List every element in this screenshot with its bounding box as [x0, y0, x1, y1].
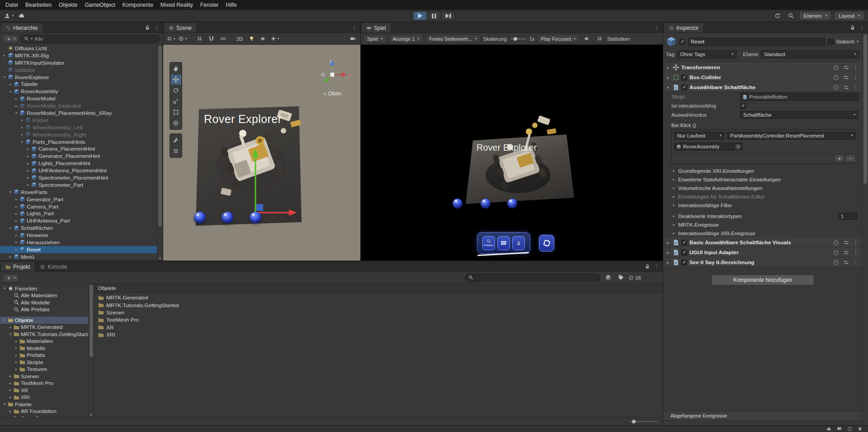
component-enabled-checkbox[interactable] [681, 250, 687, 256]
stats-button[interactable]: Statistiken [607, 34, 630, 43]
rect-tool-button[interactable] [171, 107, 181, 117]
project-tree-item[interactable]: ▸XRI [0, 394, 94, 401]
project-tree-item[interactable]: ▸Modelle [0, 345, 94, 352]
hierarchy-item[interactable]: ▸UHFAntenna_Part [0, 217, 163, 224]
foldout-collapsed-icon[interactable]: ▸ [671, 195, 676, 199]
add-gameobject-button[interactable]: ＋▾ [3, 35, 19, 43]
hierarchy-item[interactable]: ▸Generator_Part [0, 196, 163, 203]
hierarchy-item[interactable]: ▾RoverModel_PlacementHints_XRay [0, 109, 163, 117]
project-content-item[interactable]: XRI [94, 331, 663, 338]
foldout-expanded-icon[interactable]: ▾ [665, 85, 670, 90]
foldout-collapsed-icon[interactable]: ▸ [671, 203, 676, 207]
lock-icon[interactable] [144, 24, 151, 31]
project-tree-item[interactable]: ▾Pakete [0, 401, 94, 408]
mute-audio-button[interactable] [582, 34, 592, 43]
foldout-deaktivierte-interaktortypen[interactable]: ▸Deaktivierte Interaktortypen1 [663, 212, 862, 220]
hierarchy-item[interactable]: Indikator [0, 66, 163, 74]
component-enabled-checkbox[interactable] [681, 75, 687, 81]
scale-slider[interactable] [510, 38, 526, 39]
project-tree-item[interactable]: ▸Texturen [0, 366, 94, 373]
hierarchy-scrollbar[interactable]: ▾ [157, 45, 163, 261]
tab-scene[interactable]: Szene [164, 23, 196, 33]
foldout-collapsed-icon[interactable]: ▸ [14, 204, 19, 209]
component-enabled-checkbox[interactable] [681, 240, 687, 246]
more-menu-icon[interactable]: ⋮ [853, 239, 859, 246]
project-tree-item[interactable]: Alle Prefabs [0, 306, 94, 313]
foldout-expanded-icon[interactable]: ▾ [2, 75, 7, 79]
foldout-expanded-icon[interactable]: ▾ [8, 90, 13, 94]
foldout-collapsed-icon[interactable]: ▸ [665, 76, 670, 80]
hierarchy-item[interactable]: ▸Camera_Part [0, 203, 163, 210]
add-component-button[interactable]: Komponente hinzufügen [711, 275, 814, 285]
foldout-collapsed-icon[interactable]: ▸ [14, 219, 19, 223]
hierarchy-item[interactable]: ▸Körper [0, 117, 163, 124]
foldout-mrtk-ereignisse[interactable]: ▸MRTK-Ereignisse [663, 220, 862, 229]
static-checkbox[interactable] [828, 39, 834, 45]
foldout-collapsed-icon[interactable]: ▸ [14, 212, 19, 216]
foldout-collapsed-icon[interactable]: ▸ [25, 161, 31, 166]
hierarchy-item[interactable]: ▸UHFAntenna_PlacementHint [0, 167, 163, 174]
project-tree-item[interactable]: ▾Favoriten [0, 285, 94, 292]
foldout-collapsed-icon[interactable]: ▸ [25, 169, 31, 173]
tab-inspector[interactable]: Inspector [664, 23, 703, 33]
foldout-collapsed-icon[interactable]: ▸ [14, 97, 19, 101]
search-by-type-button[interactable] [603, 273, 613, 282]
notifications-icon[interactable] [858, 427, 863, 432]
hierarchy-item[interactable]: ▸Hinweise [0, 232, 163, 239]
hierarchy-item[interactable]: ▸Reset [0, 246, 163, 253]
foldout-expanded-icon[interactable]: ▾ [19, 140, 25, 144]
rotate-tool-button[interactable] [171, 85, 181, 95]
view-orientation-label[interactable]: ≡ Oben [311, 90, 354, 97]
more-menu-icon[interactable]: ⋮ [853, 249, 859, 256]
component-header-box-collider[interactable]: ▸Box-Collider?⋮ [663, 72, 862, 82]
hierarchy-item[interactable]: ▾RoverExplorer [0, 74, 163, 81]
component-header-basic-ausw-hlbare-schaltfl-che-visuals[interactable]: ▸#Basic Auswählbare Schaltfläche Visuals… [663, 237, 862, 247]
foldout-collapsed-icon[interactable]: ▸ [14, 104, 19, 108]
hierarchy-item[interactable]: ▸Lights_Part [0, 210, 163, 217]
foldout-collapsed-icon[interactable]: ▸ [14, 360, 19, 364]
menu-hilfe[interactable]: Hilfe [222, 0, 241, 10]
foldout-collapsed-icon[interactable]: ▸ [14, 233, 19, 237]
foldout-expanded-icon[interactable]: ▾ [8, 226, 13, 230]
foldout-expanded-icon[interactable]: ▾ [2, 318, 7, 322]
foldout-expanded-icon[interactable]: ▾ [2, 286, 7, 290]
layers-dropdown[interactable]: Ebenen▾ [799, 11, 832, 20]
hierarchy-item[interactable]: ▸RoverModel_Exploded [0, 102, 163, 109]
lock-icon[interactable] [849, 24, 856, 31]
gizmo-settings-dropdown[interactable]: ▾ [178, 34, 188, 43]
hierarchy-item[interactable]: ▸Tabelle [0, 81, 163, 88]
foldout-collapsed-icon[interactable]: ▸ [665, 261, 670, 265]
hierarchy-item[interactable]: ▾Parts_PlacementHints [0, 138, 163, 146]
hierarchy-item[interactable]: MRTKInputSimulator [0, 59, 163, 66]
hierarchy-item[interactable]: ▸Herausziehen [0, 239, 163, 246]
foldout-collapsed-icon[interactable]: ▸ [19, 125, 25, 129]
game-mode-dropdown[interactable]: Spiel▾ [363, 34, 386, 43]
project-content-item[interactable]: MRTK.Tutorials.GettingStarted [94, 301, 663, 309]
foldout-collapsed-icon[interactable]: ▸ [25, 147, 31, 151]
foldout-collapsed-icon[interactable]: ▸ [14, 353, 19, 357]
foldout-collapsed-icon[interactable]: ▸ [14, 339, 19, 343]
hierarchy-item[interactable]: ▸MRTK-XR-Rig [0, 52, 163, 59]
project-tree-item[interactable]: ▾MRTK.Tutorials.GettingStarted [0, 331, 94, 338]
cloud-button[interactable] [16, 11, 27, 20]
project-tree-item[interactable]: Alle Modelle [0, 299, 94, 306]
foldout-volumetrische-auswahleinstellungen[interactable]: ▸Volumetrische Auswahleinstellungen [663, 184, 862, 192]
foldout-collapsed-icon[interactable]: ▸ [14, 197, 19, 201]
vsync-button[interactable] [594, 34, 604, 43]
active-checkbox[interactable] [679, 39, 685, 45]
game-viewport[interactable]: Rover Explorer Indikator [361, 45, 663, 261]
hierarchy-item[interactable]: ▸WheelAssembly_Left [0, 124, 163, 131]
hierarchy-item[interactable]: ▸Spectrometer_Part [0, 181, 163, 189]
component-header-transformieren[interactable]: ▸Transformieren?⋮ [663, 62, 862, 72]
foldout-collapsed-icon[interactable]: ▸ [8, 325, 13, 329]
event-target-field[interactable]: RoverAssembly ◉ [674, 142, 743, 151]
scene-audio-button[interactable] [258, 34, 268, 43]
scene-camera-settings-button[interactable] [348, 34, 358, 43]
indicator-menu-button[interactable]: Indikator [482, 236, 495, 250]
more-menu-icon[interactable]: ⋮ [154, 24, 160, 31]
foldout-collapsed-icon[interactable]: ▸ [25, 183, 31, 187]
hierarchy-item[interactable]: Diffuses Licht [0, 45, 163, 52]
scene-viewport[interactable]: Rover Explorer [163, 45, 360, 261]
foldout-collapsed-icon[interactable]: ▸ [14, 240, 19, 244]
foldout-collapsed-icon[interactable]: ▸ [8, 381, 13, 385]
